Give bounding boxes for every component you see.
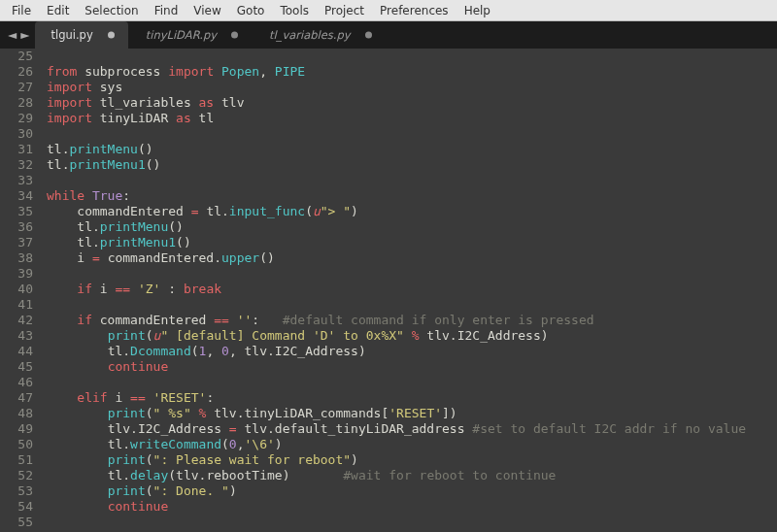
line-number: 30 xyxy=(0,126,33,142)
code-line[interactable]: print(": Please wait for reboot") xyxy=(47,452,777,468)
line-number: 37 xyxy=(0,235,33,250)
tab-tlgui[interactable]: tlgui.py xyxy=(35,21,127,49)
menu-selection[interactable]: Selection xyxy=(77,2,146,19)
line-number: 25 xyxy=(0,49,33,64)
code-line[interactable] xyxy=(47,297,777,313)
tab-label: tl_variables.py xyxy=(269,28,351,42)
code-line[interactable]: import sys xyxy=(47,80,777,95)
code-line[interactable]: tl.printMenu() xyxy=(47,142,777,157)
line-number: 41 xyxy=(0,297,33,313)
line-number: 27 xyxy=(0,80,33,95)
line-number: 28 xyxy=(0,95,33,111)
code-line[interactable]: print(" %s" % tlv.tinyLiDAR_commands['RE… xyxy=(47,406,777,421)
menu-project[interactable]: Project xyxy=(317,2,372,19)
code-line[interactable]: import tl_variables as tlv xyxy=(47,95,777,111)
menu-find[interactable]: Find xyxy=(147,2,186,19)
code-line[interactable]: continue xyxy=(47,499,777,515)
code-line[interactable]: i = commandEntered.upper() xyxy=(47,250,777,266)
code-line[interactable]: tl.delay(tlv.rebootTime) #wait for reboo… xyxy=(47,468,777,483)
line-number: 26 xyxy=(0,64,33,80)
line-number: 50 xyxy=(0,437,33,452)
tab-nav-left-icon[interactable]: ◄ xyxy=(8,28,17,42)
menu-goto[interactable]: Goto xyxy=(229,2,273,19)
code-line[interactable]: import tinyLiDAR as tl xyxy=(47,111,777,126)
code-line[interactable]: tl.writeCommand(0,'\6') xyxy=(47,437,777,452)
code-line[interactable] xyxy=(47,49,777,64)
code-line[interactable]: tl.printMenu1() xyxy=(47,235,777,250)
code-line[interactable]: while True: xyxy=(47,188,777,204)
tab-bar: ◄ ► tlgui.py tinyLiDAR.py tl_variables.p… xyxy=(0,21,777,49)
line-number: 29 xyxy=(0,111,33,126)
line-number: 48 xyxy=(0,406,33,421)
line-number: 44 xyxy=(0,344,33,359)
code-line[interactable]: if i == 'Z' : break xyxy=(47,282,777,297)
line-number: 42 xyxy=(0,313,33,328)
tab-label: tlgui.py xyxy=(51,28,92,42)
line-number: 43 xyxy=(0,328,33,344)
menu-help[interactable]: Help xyxy=(456,2,498,19)
dirty-indicator-icon xyxy=(365,32,372,39)
code-line[interactable]: elif i == 'RESET': xyxy=(47,390,777,406)
code-line[interactable]: commandEntered = tl.input_func(u"> ") xyxy=(47,204,777,219)
code-line[interactable]: tlv.I2C_Address = tlv.default_tinyLiDAR_… xyxy=(47,421,777,437)
line-number: 31 xyxy=(0,142,33,157)
tab-nav-arrows: ◄ ► xyxy=(6,21,35,49)
tab-tl-variables[interactable]: tl_variables.py xyxy=(253,21,386,49)
code-line[interactable] xyxy=(47,515,777,530)
code-line[interactable]: print(": Done. ") xyxy=(47,483,777,499)
tab-nav-right-icon[interactable]: ► xyxy=(20,28,29,42)
line-number-gutter: 2526272829303132333435363738394041424344… xyxy=(0,49,41,530)
line-number: 52 xyxy=(0,468,33,483)
line-number: 45 xyxy=(0,359,33,375)
line-number: 34 xyxy=(0,188,33,204)
menu-preferences[interactable]: Preferences xyxy=(372,2,456,19)
line-number: 49 xyxy=(0,421,33,437)
line-number: 35 xyxy=(0,204,33,219)
code-editor[interactable]: 2526272829303132333435363738394041424344… xyxy=(0,49,777,532)
menu-tools[interactable]: Tools xyxy=(272,2,317,19)
line-number: 47 xyxy=(0,390,33,406)
line-number: 40 xyxy=(0,282,33,297)
line-number: 46 xyxy=(0,375,33,390)
menu-file[interactable]: File xyxy=(4,2,39,19)
line-number: 55 xyxy=(0,515,33,530)
menu-bar: File Edit Selection Find View Goto Tools… xyxy=(0,0,777,21)
tab-tinylidar[interactable]: tinyLiDAR.py xyxy=(130,21,252,49)
code-content[interactable]: from subprocess import Popen, PIPEimport… xyxy=(47,49,777,530)
code-line[interactable]: if commandEntered == '': #default comman… xyxy=(47,313,777,328)
line-number: 51 xyxy=(0,452,33,468)
line-number: 33 xyxy=(0,173,33,188)
line-number: 38 xyxy=(0,250,33,266)
menu-edit[interactable]: Edit xyxy=(39,2,77,19)
line-number: 53 xyxy=(0,483,33,499)
menu-view[interactable]: View xyxy=(186,2,228,19)
line-number: 36 xyxy=(0,219,33,235)
tab-label: tinyLiDAR.py xyxy=(146,28,217,42)
code-line[interactable]: tl.printMenu() xyxy=(47,219,777,235)
code-line[interactable]: continue xyxy=(47,359,777,375)
code-line[interactable] xyxy=(47,266,777,282)
code-line[interactable] xyxy=(47,173,777,188)
code-line[interactable]: tl.printMenu1() xyxy=(47,157,777,173)
code-line[interactable] xyxy=(47,126,777,142)
line-number: 54 xyxy=(0,499,33,515)
code-line[interactable]: tl.Dcommand(1, 0, tlv.I2C_Address) xyxy=(47,344,777,359)
dirty-indicator-icon xyxy=(108,32,115,39)
code-line[interactable]: print(u" [default] Command 'D' to 0x%X" … xyxy=(47,328,777,344)
code-line[interactable]: from subprocess import Popen, PIPE xyxy=(47,64,777,80)
line-number: 39 xyxy=(0,266,33,282)
code-line[interactable] xyxy=(47,375,777,390)
line-number: 32 xyxy=(0,157,33,173)
dirty-indicator-icon xyxy=(231,32,238,39)
